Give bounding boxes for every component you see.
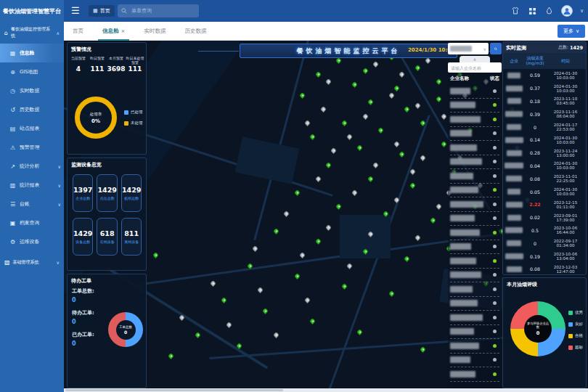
apps-icon[interactable] <box>528 7 537 16</box>
map-pin-offline[interactable] <box>409 168 416 176</box>
map-pin-online[interactable] <box>377 126 385 134</box>
map-pin-offline[interactable] <box>435 203 442 211</box>
map-pin-online[interactable] <box>356 144 364 151</box>
map-pin-offline[interactable] <box>388 91 395 99</box>
sidebar-section-monitoring[interactable]: ⌂ 餐饮油烟监控管理系统 ∧ <box>0 22 64 44</box>
sidebar-section-base[interactable]: ▧ 基础管理系统 ∨ <box>0 251 64 273</box>
map-pin-online[interactable] <box>435 78 442 85</box>
map-pin-offline[interactable] <box>399 71 406 78</box>
sidebar-item-实时数据[interactable]: ◷ 实时数据 <box>0 81 64 100</box>
map-pin-offline[interactable] <box>257 287 264 294</box>
sidebar-item-台账[interactable]: ☰ 台账 ∨ <box>0 195 64 213</box>
sidebar-item-统计报表[interactable]: ▥ 统计报表 ∨ <box>0 176 64 195</box>
map-pin-online[interactable] <box>314 71 322 78</box>
company-list-item[interactable] <box>450 254 499 269</box>
company-list-item[interactable] <box>450 325 499 340</box>
realtime-row[interactable]: 0.37 2024-01-30 10:03:00 <box>503 82 586 95</box>
map-pin-offline[interactable] <box>372 60 380 68</box>
map-pin-offline[interactable] <box>272 332 279 339</box>
menu-toggle-icon[interactable]: ☰ <box>71 6 80 15</box>
realtime-row[interactable]: 2.22 2023-12-15 01:11:00 <box>503 198 586 211</box>
company-list-item[interactable] <box>450 197 499 212</box>
realtime-row[interactable]: 0.5 2023-10-06 16:44:00 <box>503 224 586 237</box>
sidebar-item-历史数据[interactable]: ↺ 历史数据 <box>0 100 64 119</box>
map-pin-online[interactable] <box>367 175 374 182</box>
tab-信息舱[interactable]: 信息舱 × <box>102 22 125 41</box>
map-pin-offline[interactable] <box>351 189 359 197</box>
map-pin-online[interactable] <box>246 262 253 269</box>
map-pin-offline[interactable] <box>319 106 327 113</box>
company-list-item[interactable] <box>450 282 499 297</box>
map-pin-online[interactable] <box>383 210 390 217</box>
map-pin-online[interactable] <box>340 120 348 127</box>
scrollbar-thumb[interactable] <box>65 389 283 391</box>
company-list-item[interactable] <box>450 354 499 368</box>
collapse-list-tab[interactable]: ∧ <box>460 56 490 62</box>
company-list-item[interactable] <box>450 155 499 170</box>
map-pin-online[interactable] <box>414 64 421 71</box>
company-list-item[interactable] <box>450 113 499 127</box>
company-search-button[interactable] <box>490 43 502 54</box>
map-pin-offline[interactable] <box>393 196 400 203</box>
map-pin-online[interactable] <box>435 95 442 102</box>
realtime-row[interactable]: 0.14 2024-01-30 10:03:00 <box>503 134 586 147</box>
company-list-item[interactable] <box>450 212 499 226</box>
realtime-row[interactable]: 0.08 2023-12-03 12:47:00 <box>503 263 586 276</box>
map-pin-offline[interactable] <box>325 224 332 231</box>
map-pin-online[interactable] <box>293 189 301 197</box>
menu-search[interactable] <box>118 4 199 17</box>
breadcrumb-home[interactable]: ▦ 首页 <box>89 5 115 17</box>
tab-首页[interactable]: 首页 <box>73 22 83 41</box>
realtime-row[interactable]: 0.18 2023-11-10 03:45:00 <box>503 95 586 108</box>
map-pin-online[interactable] <box>362 248 369 256</box>
map-pin-online[interactable] <box>309 134 317 141</box>
sidebar-item-运维设备[interactable]: ⚙ 运维设备 <box>0 232 64 251</box>
map-pin-offline[interactable] <box>440 113 447 120</box>
map-pin-offline[interactable] <box>367 231 374 238</box>
map-pin-online[interactable] <box>440 140 447 147</box>
realtime-row[interactable]: 0.19 2023-10-06 13:04:00 <box>503 250 586 263</box>
sidebar-item-信息舱[interactable]: ▦ 信息舱 <box>0 44 64 62</box>
sidebar-item-站点报表[interactable]: ▤ 站点报表 <box>0 119 64 138</box>
realtime-row[interactable]: 0.04 2024-01-30 10:03:00 <box>503 160 586 173</box>
realtime-row[interactable]: 0.28 2023-11-24 13:00:00 <box>503 147 586 160</box>
map-pin-online[interactable] <box>393 85 400 92</box>
map-pin-online[interactable] <box>388 290 395 297</box>
company-list-item[interactable] <box>450 311 499 325</box>
horizontal-scrollbar[interactable] <box>64 388 588 392</box>
map-pin-offline[interactable] <box>420 155 427 162</box>
map-pin-online[interactable] <box>314 238 322 245</box>
map-pin-online[interactable] <box>262 307 269 314</box>
close-icon[interactable]: × <box>121 28 126 34</box>
map-pin-online[interactable] <box>152 252 159 259</box>
realtime-row[interactable]: 0.08 2023-11-01 22:25:00 <box>503 172 586 185</box>
map-pin-online[interactable] <box>409 182 416 189</box>
map-pin-offline[interactable] <box>304 297 311 304</box>
map-pin-offline[interactable] <box>330 147 338 155</box>
company-list-item[interactable] <box>450 269 499 283</box>
realtime-row[interactable]: 0.59 2024-01-30 10:03:00 <box>503 69 586 82</box>
map-pin-online[interactable] <box>362 68 369 75</box>
sidebar-item-档案查询[interactable]: ▣ 档案查询 <box>0 213 64 232</box>
tab-历史数据[interactable]: 历史数据 <box>184 22 206 41</box>
map-pin-offline[interactable] <box>251 245 258 252</box>
realtime-row[interactable]: 0.05 2024-01-30 10:03:00 <box>503 185 586 198</box>
map-pin-offline[interactable] <box>325 78 332 85</box>
company-list-item[interactable] <box>450 226 499 240</box>
map-pin-online[interactable] <box>356 328 364 335</box>
map-pin-online[interactable] <box>325 161 332 168</box>
company-list-item[interactable] <box>450 297 499 311</box>
tab-实时数据[interactable]: 实时数据 <box>144 22 166 41</box>
realtime-row[interactable]: 0 2024-01-17 22:53:00 <box>503 121 586 134</box>
map-pin-online[interactable] <box>404 256 411 263</box>
map-pin-offline[interactable] <box>298 252 306 259</box>
map-pin-offline[interactable] <box>372 161 380 168</box>
company-list-item[interactable] <box>450 99 499 113</box>
map-pin-offline[interactable] <box>210 279 217 287</box>
realtime-row[interactable]: 0.39 2023-11-16 08:04:00 <box>503 107 586 121</box>
map-pin-online[interactable] <box>335 203 343 211</box>
map-pin-offline[interactable] <box>414 102 421 110</box>
map-pin-online[interactable] <box>340 283 348 290</box>
map-pin-offline[interactable] <box>362 113 369 120</box>
more-button[interactable]: 更多 ∨ <box>558 25 585 38</box>
